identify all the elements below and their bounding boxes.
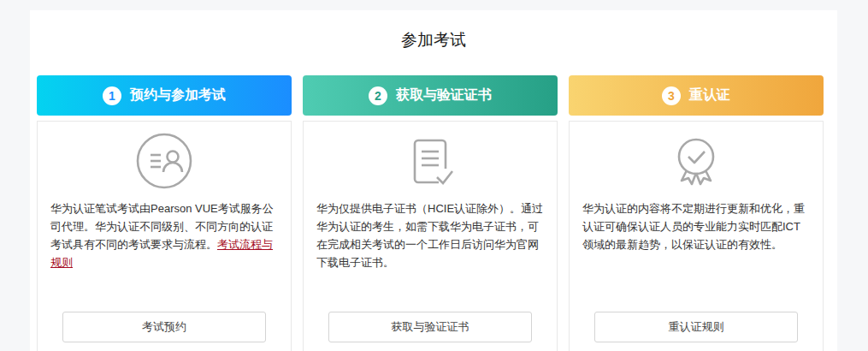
registration-person-icon [134,130,194,192]
step-header-1: 1 预约与参加考试 [37,75,292,116]
step-header-label: 预约与参加考试 [130,86,226,104]
card-description-text: 华为仅提供电子证书（HCIE认证除外）。通过华为认证的考生，如需下载华为电子证书… [316,202,543,269]
exam-booking-button[interactable]: 考试预约 [62,312,266,342]
card-body: 华为认证的内容将不定期进行更新和优化，重认证可确保认证人员的专业能力实时匹配IC… [569,121,824,351]
step-header-3: 3 重认证 [569,75,824,116]
card-description: 华为认证的内容将不定期进行更新和优化，重认证可确保认证人员的专业能力实时匹配IC… [570,199,823,253]
step-card-recertification: 3 重认证 华为认证的内容将不定期进行更新和优化，重认证可确保认证人员的专业能力… [569,75,824,351]
step-number-badge: 3 [662,86,681,105]
certificate-document-check-icon [400,130,460,192]
step-header-label: 获取与验证证书 [396,86,492,104]
steps-row: 1 预约与参加考试 华为认证笔试考试由Pearson VUE考试服务公司代理。华… [30,75,837,351]
recertification-rules-button[interactable]: 重认证规则 [594,312,798,342]
card-body: 华为认证笔试考试由Pearson VUE考试服务公司代理。华为认证不同级别、不同… [37,121,292,351]
card-description: 华为仅提供电子证书（HCIE认证除外）。通过华为认证的考生，如需下载华为电子证书… [304,199,557,271]
step-header-label: 重认证 [689,86,730,104]
card-description-text: 华为认证的内容将不定期进行更新和优化，重认证可确保认证人员的专业能力实时匹配IC… [582,202,805,251]
step-card-booking: 1 预约与参加考试 华为认证笔试考试由Pearson VUE考试服务公司代理。华… [37,75,292,351]
card-description: 华为认证笔试考试由Pearson VUE考试服务公司代理。华为认证不同级别、不同… [38,199,291,271]
card-body: 华为仅提供电子证书（HCIE认证除外）。通过华为认证的考生，如需下载华为电子证书… [303,121,558,351]
step-number-badge: 2 [369,86,387,105]
step-card-certificate: 2 获取与验证证书 华为仅提供电子证书（HCIE认证除外）。通过华为认证的考生，… [303,75,558,351]
step-number-badge: 1 [103,86,121,105]
section-title: 参加考试 [30,10,837,51]
get-verify-certificate-button[interactable]: 获取与验证证书 [328,312,532,342]
medal-check-icon [666,130,726,192]
step-header-2: 2 获取与验证证书 [303,75,558,116]
take-exam-section: 参加考试 1 预约与参加考试 华为认证笔试考 [30,10,837,351]
